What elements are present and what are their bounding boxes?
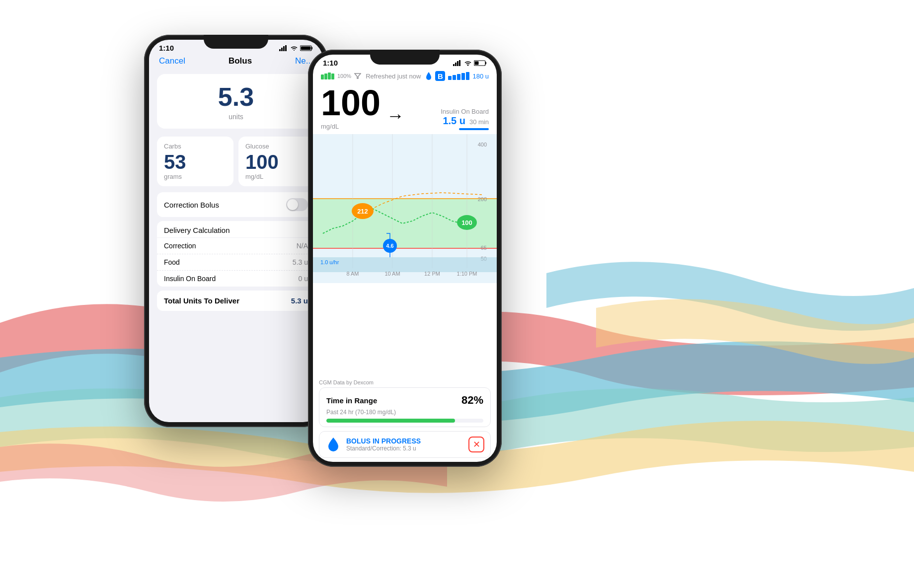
iob-row-label: Insulin On Board [164, 275, 216, 283]
svg-text:8 AM: 8 AM [346, 271, 359, 277]
cgm-reading-area: 100 mg/dL → Insulin On Board 1.5 u 30 mi… [313, 85, 497, 134]
correction-bolus-label: Correction Bolus [164, 201, 219, 209]
cgm-100-percent: 100% [337, 73, 351, 79]
glucose-unit: mg/dL [245, 173, 308, 180]
cgm-pump-left: 100% [321, 73, 361, 79]
tir-bar-background [326, 419, 483, 423]
correction-row-label: Correction [164, 242, 196, 250]
cgm-glucose-display: 100 mg/dL [321, 85, 381, 130]
iob-row-value: 0 u [299, 275, 308, 283]
signal-icon-cgm [453, 60, 462, 66]
glucose-input-card[interactable]: Glucose 100 mg/dL [238, 137, 315, 186]
bolus-units-card[interactable]: 5.3 units [157, 74, 315, 129]
pump-bar-4 [461, 73, 465, 80]
cgm-iob-panel: Insulin On Board 1.5 u 30 min [441, 108, 489, 130]
svg-text:65: 65 [481, 245, 487, 251]
delivery-header: Delivery Calculation [157, 221, 315, 238]
glucose-label: Glucose [245, 143, 308, 150]
bolus-banner-subtitle: Standard/Correction: 5.3 u [346, 445, 463, 452]
cgm-iob-progress-bar [459, 128, 489, 130]
signal-icon-bolus [279, 45, 288, 51]
phone-battery-bars [321, 73, 334, 79]
bolus-units-value: 5.3 [165, 82, 307, 112]
cgm-iob-time: 30 min [469, 118, 489, 126]
carbs-unit: grams [164, 173, 227, 180]
food-row-label: Food [164, 258, 180, 266]
pump-bar-5 [466, 72, 469, 80]
cgm-glucose-value: 100 [321, 85, 381, 121]
carbs-input-card[interactable]: Carbs 53 grams [157, 137, 233, 186]
bolus-drop-svg [325, 437, 341, 452]
svg-rect-8 [455, 63, 457, 66]
total-row: Total Units To Deliver 5.3 u [157, 291, 315, 311]
cancel-button[interactable]: Cancel [159, 56, 185, 66]
bolus-banner-text: BOLUS IN PROGRESS Standard/Correction: 5… [346, 437, 463, 452]
status-time-bolus: 1:10 [159, 44, 174, 52]
svg-rect-0 [279, 49, 281, 51]
svg-point-11 [467, 64, 469, 66]
svg-rect-33 [313, 257, 497, 272]
filter-icon [354, 73, 361, 79]
battery-icon-cgm [474, 60, 487, 66]
cgm-iob-title: Insulin On Board [441, 108, 489, 115]
drop-icon [425, 72, 432, 80]
bolus-units-label: units [165, 113, 307, 121]
status-time-cgm: 1:10 [323, 59, 338, 67]
glucose-value: 100 [245, 151, 308, 173]
bolus-banner-title: BOLUS IN PROGRESS [346, 437, 463, 445]
svg-text:212: 212 [357, 208, 368, 215]
svg-rect-3 [285, 45, 287, 51]
tir-bar-fill [326, 419, 455, 423]
svg-text:200: 200 [478, 196, 487, 202]
phone-frame-cgm: 1:10 [308, 50, 502, 467]
carbs-label: Carbs [164, 143, 227, 150]
cgm-pump-units: 180 u [472, 73, 489, 80]
pump-battery-bars [448, 72, 469, 80]
phone-notch-bolus [204, 35, 268, 49]
cgm-chart-container: 400 200 65 50 [313, 134, 497, 378]
delivery-section: Delivery Calculation Correction N/A Food… [157, 221, 315, 287]
status-icons-cgm [453, 60, 487, 66]
tir-header: Time in Range 82% [326, 394, 483, 407]
bolus-title: Bolus [228, 56, 252, 66]
carbs-value: 53 [164, 151, 227, 173]
phone-notch-cgm [370, 50, 440, 65]
tir-card[interactable]: Time in Range 82% Past 24 hr (70-180 mg/… [319, 387, 491, 427]
tir-subtitle: Past 24 hr (70-180 mg/dL) [326, 409, 483, 416]
wifi-icon-cgm [464, 60, 472, 66]
total-value: 5.3 u [291, 296, 308, 305]
svg-text:4.6: 4.6 [386, 243, 393, 249]
battery-bar-2 [324, 74, 327, 79]
correction-bolus-row: Correction Bolus [164, 198, 308, 211]
pump-bar-2 [453, 75, 456, 80]
svg-rect-13 [485, 62, 486, 64]
svg-text:1:10 PM: 1:10 PM [457, 271, 477, 277]
bolus-screen: 1:10 [149, 40, 323, 422]
svg-rect-14 [475, 61, 479, 65]
phone-frame-bolus: 1:10 [144, 35, 328, 427]
bolus-drop-container [325, 437, 341, 452]
cgm-data-label: CGM Data by Dexcom [313, 378, 497, 387]
correction-bolus-toggle[interactable] [286, 198, 308, 211]
phone-bolus: 1:10 [144, 35, 328, 427]
bolus-inputs-row: Carbs 53 grams Glucose 100 mg/dL [157, 137, 315, 186]
svg-rect-6 [301, 46, 311, 50]
cgm-pump-info: B 180 u [425, 71, 489, 81]
toggle-knob [287, 199, 298, 210]
svg-text:12 PM: 12 PM [424, 271, 440, 277]
tir-title: Time in Range [326, 396, 377, 405]
svg-text:1.0 u/hr: 1.0 u/hr [320, 259, 339, 265]
svg-text:10 AM: 10 AM [384, 271, 400, 277]
cgm-glucose-unit: mg/dL [321, 123, 381, 130]
tir-percent: 82% [461, 394, 483, 407]
delivery-row-food: Food 5.3 u [157, 254, 315, 271]
bolus-banner-close-button[interactable]: ✕ [468, 437, 484, 452]
svg-rect-5 [311, 47, 312, 49]
battery-bar-3 [328, 73, 331, 79]
total-label: Total Units To Deliver [164, 296, 239, 305]
bolus-banner[interactable]: BOLUS IN PROGRESS Standard/Correction: 5… [319, 431, 491, 458]
cgm-refresh-text: Refreshed just now [361, 73, 425, 80]
cgm-iob-row: 1.5 u 30 min [441, 115, 489, 127]
food-row-value: 5.3 u [293, 258, 308, 266]
cgm-iob-value: 1.5 u [443, 115, 465, 127]
